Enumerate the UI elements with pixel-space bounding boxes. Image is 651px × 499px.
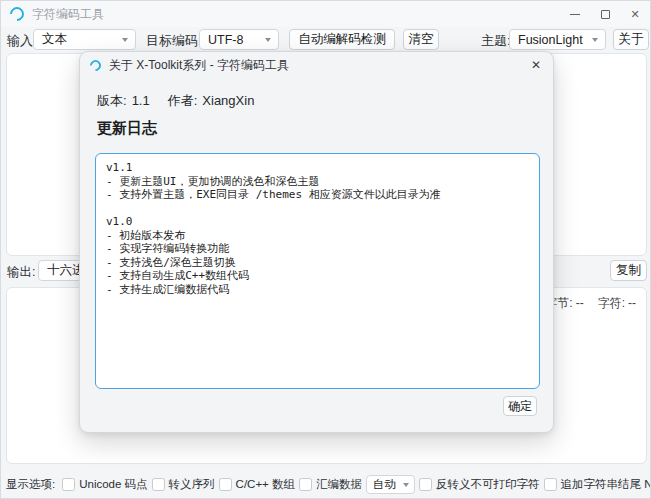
chevron-down-icon [403, 483, 409, 487]
copy-button[interactable]: 复制 [610, 260, 647, 281]
checkbox-unescape-nonprintable[interactable] [419, 478, 432, 491]
dialog-app-icon [88, 57, 104, 73]
minimize-icon [570, 14, 580, 15]
target-encoding-select[interactable]: UTF-8 [199, 29, 279, 50]
encoding-label: 目标编码: [146, 32, 202, 50]
clear-button[interactable]: 清空 [403, 29, 439, 50]
option-asm-data[interactable]: 汇编数据 [299, 477, 362, 492]
maximize-button[interactable] [590, 1, 620, 27]
window-controls: ✕ [560, 1, 650, 27]
option-unescape-nonprintable[interactable]: 反转义不可打印字符 [419, 477, 540, 492]
theme-select[interactable]: FusionLight [509, 29, 606, 50]
chevron-down-icon [265, 38, 271, 42]
byte-count-value: -- [576, 296, 584, 310]
version-label: 版本: [97, 93, 127, 108]
asm-format-value: 自动 [373, 477, 396, 492]
display-options-bar: 显示选项: Unicode 码点 转义序列 C/C++ 数组 汇编数据 自动 反… [1, 468, 651, 499]
checkbox-escape-sequence[interactable] [152, 478, 165, 491]
titlebar: 字符编码工具 ✕ [1, 1, 650, 27]
option-unicode-codepoint[interactable]: Unicode 码点 [62, 477, 147, 492]
checkbox-append-nul[interactable] [544, 478, 557, 491]
theme-label: 主题: [481, 32, 511, 50]
app-window: 字符编码工具 ✕ 输入: 文本 目标编码: UTF-8 自动编解码检测 清空 主… [0, 0, 651, 499]
option-label: 追加字符串结尾 NUL [561, 477, 651, 492]
option-c-array[interactable]: C/C++ 数组 [219, 477, 295, 492]
version-line: 版本:1.1作者:XiangXin [97, 92, 254, 110]
changelog-heading: 更新日志 [97, 119, 157, 138]
option-label: 转义序列 [169, 477, 215, 492]
display-options-label: 显示选项: [6, 477, 55, 492]
theme-value: FusionLight [518, 33, 583, 47]
input-mode-select[interactable]: 文本 [33, 29, 136, 50]
version-value: 1.1 [132, 93, 150, 108]
option-label: 汇编数据 [316, 477, 362, 492]
minimize-button[interactable] [560, 1, 590, 27]
checkbox-c-array[interactable] [219, 478, 232, 491]
chevron-down-icon [122, 38, 128, 42]
asm-format-select[interactable]: 自动 [366, 475, 415, 494]
option-label: 反转义不可打印字符 [436, 477, 540, 492]
option-append-nul[interactable]: 追加字符串结尾 NUL [544, 477, 651, 492]
auto-detect-button[interactable]: 自动编解码检测 [289, 29, 395, 50]
chevron-down-icon [592, 38, 598, 42]
char-count-label: 字符: [598, 296, 625, 310]
close-button[interactable]: ✕ [620, 1, 650, 27]
maximize-icon [601, 10, 610, 19]
app-logo-icon [7, 4, 27, 24]
char-count-value: -- [628, 296, 636, 310]
window-title: 字符编码工具 [32, 6, 104, 23]
dialog-titlebar: 关于 X-Toolkit系列 - 字符编码工具 ✕ [80, 52, 553, 78]
option-escape-sequence[interactable]: 转义序列 [152, 477, 215, 492]
close-icon: ✕ [630, 8, 639, 21]
dialog-title: 关于 X-Toolkit系列 - 字符编码工具 [109, 57, 289, 74]
input-mode-value: 文本 [42, 31, 67, 48]
target-encoding-value: UTF-8 [208, 33, 243, 47]
option-label: Unicode 码点 [79, 477, 147, 492]
author-value: XiangXin [202, 93, 254, 108]
checkbox-asm-data[interactable] [299, 478, 312, 491]
option-label: C/C++ 数组 [236, 477, 295, 492]
about-button[interactable]: 关于 [613, 29, 649, 50]
output-label: 输出: [7, 264, 35, 281]
about-dialog: 关于 X-Toolkit系列 - 字符编码工具 ✕ 版本:1.1作者:Xiang… [79, 51, 554, 433]
byte-char-stats: 字节:--字符:-- [542, 295, 636, 312]
ok-button[interactable]: 确定 [503, 396, 537, 416]
author-label: 作者: [168, 93, 198, 108]
dialog-close-icon[interactable]: ✕ [531, 58, 541, 72]
changelog-textarea[interactable]: v1.1 - 更新主题UI，更加协调的浅色和深色主题 - 支持外置主题，EXE同… [95, 153, 540, 389]
checkbox-unicode-codepoint[interactable] [62, 478, 75, 491]
